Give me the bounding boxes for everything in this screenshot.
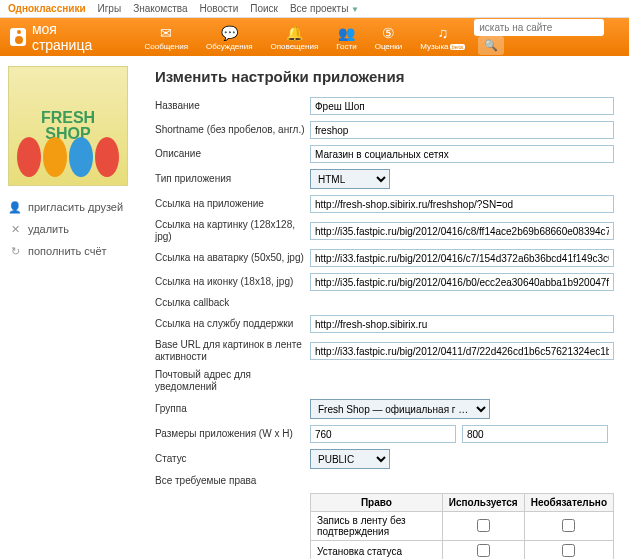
label-description: Описание: [155, 148, 310, 160]
table-row: Запись в ленту без подтверждения: [311, 512, 614, 541]
label-support: Ссылка на службу поддержки: [155, 318, 310, 330]
main-header: моя страница ✉Сообщения 💬Обсуждения 🔔Опо…: [0, 18, 629, 56]
label-shortname: Shortname (без пробелов, англ.): [155, 124, 310, 136]
top-link-dating[interactable]: Знакомства: [133, 3, 187, 14]
input-name[interactable]: [310, 97, 614, 115]
label-img128: Ссылка на картинку (128x128, jpg): [155, 219, 310, 243]
top-link-projects[interactable]: Все проекты ▼: [290, 3, 359, 14]
perm-header-optional: Необязательно: [524, 494, 613, 512]
label-baseurl: Base URL для картинок в ленте активности: [155, 339, 310, 363]
nav-marks[interactable]: ⑤Оценки: [366, 24, 412, 51]
guests-icon: 👥: [337, 24, 355, 42]
brand-link[interactable]: Одноклассники: [8, 3, 86, 14]
perm-opt-0[interactable]: [562, 519, 575, 532]
label-applink: Ссылка на приложение: [155, 198, 310, 210]
label-apptype: Тип приложения: [155, 173, 310, 185]
label-permissions: Все требуемые права: [155, 475, 310, 487]
sidebar-topup[interactable]: ↻пополнить счёт: [8, 240, 132, 262]
nav-guests[interactable]: 👥Гости: [327, 24, 365, 51]
sidebar: FRESHSHOP 👤пригласить друзей ✕удалить ↻п…: [0, 56, 140, 559]
label-status: Статус: [155, 453, 310, 465]
nav-music[interactable]: ♫Музыкаbeta: [411, 24, 474, 51]
label-group: Группа: [155, 403, 310, 415]
input-support[interactable]: [310, 315, 614, 333]
music-icon: ♫: [434, 24, 452, 42]
refresh-icon: ↻: [8, 244, 22, 258]
select-apptype[interactable]: HTML: [310, 169, 390, 189]
bell-icon: 🔔: [285, 24, 303, 42]
top-menu: Одноклассники Игры Знакомства Новости По…: [0, 0, 629, 18]
envelope-icon: ✉: [157, 24, 175, 42]
perm-used-0[interactable]: [477, 519, 490, 532]
chevron-down-icon: ▼: [351, 5, 359, 14]
input-width[interactable]: [310, 425, 456, 443]
input-img128[interactable]: [310, 222, 614, 240]
search-button[interactable]: 🔍: [478, 36, 504, 55]
close-icon: ✕: [8, 222, 22, 236]
input-height[interactable]: [462, 425, 608, 443]
page-title: Изменить настройки приложения: [155, 68, 614, 85]
top-link-games[interactable]: Игры: [98, 3, 122, 14]
marks-icon: ⑤: [379, 24, 397, 42]
select-status[interactable]: PUBLIC: [310, 449, 390, 469]
mypage-link[interactable]: моя страница: [32, 21, 111, 53]
perm-header-right: Право: [311, 494, 443, 512]
perm-header-used: Используется: [442, 494, 524, 512]
sidebar-invite[interactable]: 👤пригласить друзей: [8, 196, 132, 218]
app-image: FRESHSHOP: [8, 66, 128, 186]
input-icon18[interactable]: [310, 273, 614, 291]
input-baseurl[interactable]: [310, 342, 614, 360]
search-input[interactable]: [474, 19, 604, 36]
sidebar-delete[interactable]: ✕удалить: [8, 218, 132, 240]
input-applink[interactable]: [310, 195, 614, 213]
nav-discussions[interactable]: 💬Обсуждения: [197, 24, 262, 51]
ok-logo-icon[interactable]: [10, 28, 26, 46]
main-content: Изменить настройки приложения Название S…: [140, 56, 629, 559]
permissions-table: Право Используется Необязательно Запись …: [310, 493, 614, 559]
select-group[interactable]: Fresh Shop — официальная г …: [310, 399, 490, 419]
input-shortname[interactable]: [310, 121, 614, 139]
label-notifyemail: Почтовый адрес для уведомлений: [155, 369, 310, 393]
table-row: Установка статуса: [311, 541, 614, 560]
person-icon: 👤: [8, 200, 22, 214]
input-description[interactable]: [310, 145, 614, 163]
label-callback: Ссылка callback: [155, 297, 310, 309]
input-avatar50[interactable]: [310, 249, 614, 267]
beta-badge: beta: [450, 44, 466, 50]
nav-messages[interactable]: ✉Сообщения: [136, 24, 197, 51]
label-icon18: Ссылка на иконку (18x18, jpg): [155, 276, 310, 288]
chat-icon: 💬: [220, 24, 238, 42]
label-avatar50: Ссылка на аватарку (50x50, jpg): [155, 252, 310, 264]
label-name: Название: [155, 100, 310, 112]
perm-opt-1[interactable]: [562, 544, 575, 557]
nav-notifications[interactable]: 🔔Оповещения: [261, 24, 327, 51]
label-dimensions: Размеры приложения (W x H): [155, 428, 310, 440]
perm-used-1[interactable]: [477, 544, 490, 557]
top-link-news[interactable]: Новости: [200, 3, 239, 14]
top-link-search[interactable]: Поиск: [250, 3, 278, 14]
